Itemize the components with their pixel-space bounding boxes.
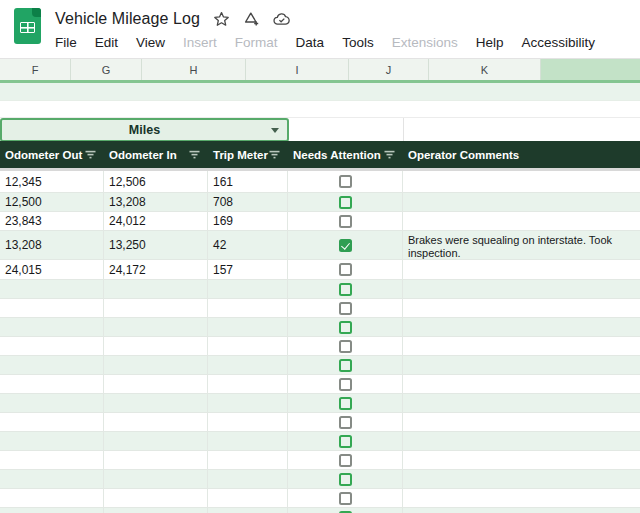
cell-operator-comments[interactable] bbox=[403, 375, 640, 393]
cell-odometer-out[interactable] bbox=[0, 470, 104, 488]
needs-attention-checkbox[interactable] bbox=[339, 492, 352, 505]
needs-attention-checkbox[interactable] bbox=[339, 321, 352, 334]
cell-operator-comments[interactable] bbox=[403, 451, 640, 469]
cell-needs-attention[interactable] bbox=[288, 171, 403, 192]
miles-dropdown[interactable]: Miles bbox=[0, 118, 289, 142]
needs-attention-checkbox[interactable] bbox=[339, 196, 352, 209]
needs-attention-checkbox[interactable] bbox=[339, 302, 352, 315]
cell-odometer-out[interactable]: 24,015 bbox=[0, 260, 104, 279]
cell-odometer-out[interactable]: 23,843 bbox=[0, 212, 104, 230]
cell-trip-meter[interactable] bbox=[208, 394, 288, 412]
table-header-odometer-out[interactable]: Odometer Out bbox=[0, 141, 104, 168]
cell-operator-comments[interactable] bbox=[403, 394, 640, 412]
document-title[interactable]: Vehicle Mileage Log bbox=[55, 10, 200, 28]
cell-operator-comments[interactable] bbox=[403, 193, 640, 211]
cell-operator-comments[interactable] bbox=[403, 432, 640, 450]
cell-odometer-in[interactable] bbox=[104, 394, 208, 412]
column-filter-icon[interactable] bbox=[384, 150, 395, 159]
cell-odometer-out[interactable] bbox=[0, 280, 104, 298]
needs-attention-checkbox[interactable] bbox=[339, 283, 352, 296]
cell-needs-attention[interactable] bbox=[288, 413, 403, 431]
column-header-f[interactable]: F bbox=[0, 59, 71, 80]
cell-odometer-in[interactable] bbox=[104, 489, 208, 507]
column-header-j[interactable]: J bbox=[349, 59, 429, 80]
cell-odometer-out[interactable]: 12,500 bbox=[0, 193, 104, 211]
cell-odometer-out[interactable] bbox=[0, 318, 104, 336]
document-status-saved-icon[interactable] bbox=[273, 12, 291, 26]
needs-attention-checkbox[interactable] bbox=[339, 263, 352, 276]
cell-odometer-in[interactable] bbox=[104, 413, 208, 431]
cell-needs-attention[interactable] bbox=[288, 470, 403, 488]
cell-odometer-out[interactable] bbox=[0, 356, 104, 374]
cell-odometer-in[interactable]: 12,506 bbox=[104, 171, 208, 192]
menu-help[interactable]: Help bbox=[467, 33, 513, 52]
column-filter-icon[interactable] bbox=[189, 150, 200, 159]
cell-odometer-in[interactable] bbox=[104, 470, 208, 488]
needs-attention-checkbox[interactable] bbox=[339, 397, 352, 410]
star-icon[interactable] bbox=[213, 11, 230, 28]
sheet-row-band-white[interactable] bbox=[0, 101, 640, 117]
cell-needs-attention[interactable] bbox=[288, 280, 403, 298]
cell-trip-meter[interactable] bbox=[208, 337, 288, 355]
cell-needs-attention[interactable] bbox=[288, 318, 403, 336]
cell-odometer-out[interactable] bbox=[0, 489, 104, 507]
cell-odometer-out[interactable] bbox=[0, 299, 104, 317]
cell-needs-attention[interactable] bbox=[288, 212, 403, 230]
cell-operator-comments[interactable] bbox=[403, 171, 640, 192]
needs-attention-checkbox[interactable] bbox=[339, 416, 352, 429]
cell-operator-comments[interactable] bbox=[403, 356, 640, 374]
cell-odometer-in[interactable] bbox=[104, 337, 208, 355]
sheets-logo-icon[interactable] bbox=[14, 8, 41, 44]
cell-trip-meter[interactable] bbox=[208, 451, 288, 469]
cell-trip-meter[interactable] bbox=[208, 508, 288, 513]
cell-needs-attention[interactable] bbox=[288, 451, 403, 469]
cell-operator-comments[interactable] bbox=[403, 318, 640, 336]
cell-trip-meter[interactable] bbox=[208, 375, 288, 393]
menu-insert[interactable]: Insert bbox=[174, 33, 226, 52]
cell-trip-meter[interactable] bbox=[208, 280, 288, 298]
cell-trip-meter[interactable]: 708 bbox=[208, 193, 288, 211]
cell-odometer-in[interactable]: 13,250 bbox=[104, 231, 208, 259]
cell-odometer-out[interactable] bbox=[0, 451, 104, 469]
needs-attention-checkbox[interactable] bbox=[339, 435, 352, 448]
cell-odometer-in[interactable] bbox=[104, 356, 208, 374]
cell-needs-attention[interactable] bbox=[288, 432, 403, 450]
menu-accessibility[interactable]: Accessibility bbox=[512, 33, 604, 52]
cell-needs-attention[interactable] bbox=[288, 260, 403, 279]
cell-operator-comments[interactable] bbox=[403, 489, 640, 507]
cell-needs-attention[interactable] bbox=[288, 394, 403, 412]
cell-needs-attention[interactable] bbox=[288, 337, 403, 355]
cell-odometer-in[interactable] bbox=[104, 299, 208, 317]
cell-trip-meter[interactable]: 42 bbox=[208, 231, 288, 259]
cell-odometer-out[interactable] bbox=[0, 508, 104, 513]
cell-needs-attention[interactable] bbox=[288, 356, 403, 374]
cell-operator-comments[interactable] bbox=[403, 299, 640, 317]
cell-needs-attention[interactable] bbox=[288, 508, 403, 513]
needs-attention-checkbox[interactable] bbox=[339, 473, 352, 486]
cell-odometer-out[interactable] bbox=[0, 375, 104, 393]
cell-operator-comments[interactable] bbox=[403, 508, 640, 513]
column-filter-icon[interactable] bbox=[269, 150, 280, 159]
cell-trip-meter[interactable]: 157 bbox=[208, 260, 288, 279]
cell-odometer-out[interactable] bbox=[0, 432, 104, 450]
needs-attention-checkbox[interactable] bbox=[339, 215, 352, 228]
column-header-g[interactable]: G bbox=[71, 59, 142, 80]
column-header-i[interactable]: I bbox=[246, 59, 349, 80]
cell-odometer-in[interactable] bbox=[104, 375, 208, 393]
column-header-selected[interactable] bbox=[541, 59, 640, 80]
column-filter-icon[interactable] bbox=[85, 150, 96, 159]
column-header-h[interactable]: H bbox=[142, 59, 246, 80]
cell-operator-comments[interactable] bbox=[403, 280, 640, 298]
cell-trip-meter[interactable] bbox=[208, 413, 288, 431]
cell-needs-attention[interactable] bbox=[288, 299, 403, 317]
table-header-odometer-in[interactable]: Odometer In bbox=[104, 141, 208, 168]
cell-odometer-in[interactable] bbox=[104, 280, 208, 298]
column-header-k[interactable]: K bbox=[429, 59, 541, 80]
add-shortcut-to-drive-icon[interactable] bbox=[243, 11, 260, 27]
table-header-operator-comments[interactable]: Operator Comments bbox=[403, 141, 640, 168]
menu-edit[interactable]: Edit bbox=[86, 33, 127, 52]
cell-odometer-in[interactable]: 13,208 bbox=[104, 193, 208, 211]
cell-odometer-out[interactable] bbox=[0, 394, 104, 412]
cell-odometer-out[interactable]: 12,345 bbox=[0, 171, 104, 192]
table-header-trip-meter[interactable]: Trip Meter bbox=[208, 141, 288, 168]
